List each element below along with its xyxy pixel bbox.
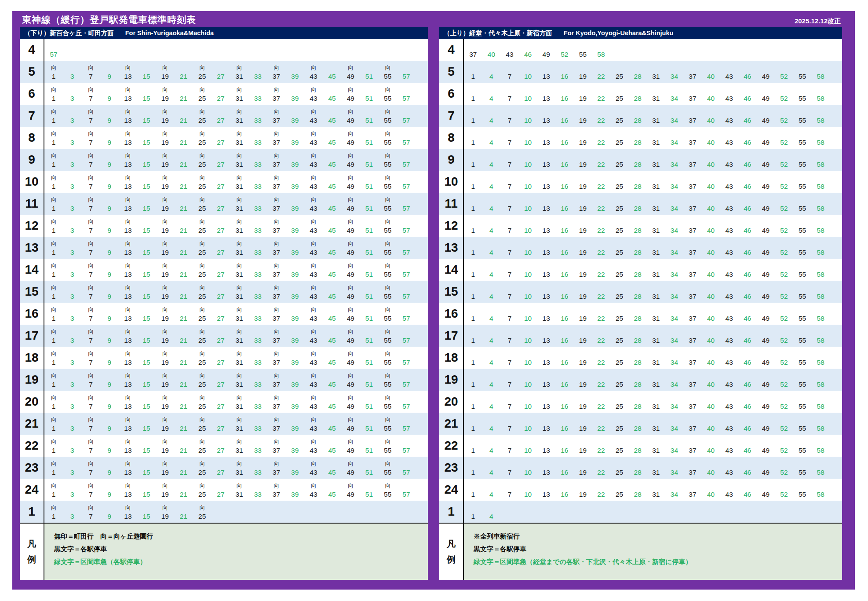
minute-value: 43 — [726, 402, 733, 410]
minute-cell: 49 — [757, 303, 775, 325]
mukogaoka-bound-marker: 向 — [237, 64, 242, 72]
minute-value: 10 — [524, 402, 532, 410]
minute-value: 46 — [744, 490, 751, 498]
minute-cell: 57 — [397, 149, 416, 171]
minute-value: 25 — [198, 204, 206, 213]
minute-cell: 39 — [286, 171, 304, 193]
minute-cell: 13 — [537, 457, 555, 479]
mukogaoka-bound-marker: 向 — [348, 306, 354, 314]
minute-value: 45 — [328, 358, 336, 366]
mukogaoka-bound-marker: 向 — [199, 196, 205, 204]
minute-cell: 15 — [137, 281, 156, 303]
minute-value: 15 — [142, 116, 150, 125]
minute-value: 13 — [543, 270, 550, 279]
minute-cell: 向55 — [379, 369, 397, 391]
minute-value: 49 — [762, 226, 770, 235]
minute-cell: 58 — [811, 325, 830, 347]
minute-value: 58 — [817, 314, 824, 322]
minute-cell: 向19 — [156, 479, 174, 501]
minute-value: 55 — [799, 204, 806, 213]
minute-value: 7 — [508, 94, 512, 103]
minute-value: 37 — [273, 116, 280, 125]
minute-cell: 57 — [44, 39, 63, 61]
minute-cell: 向7 — [81, 259, 100, 281]
minute-cell: 27 — [212, 259, 230, 281]
minute-cell: 21 — [174, 347, 193, 369]
mukogaoka-bound-marker: 向 — [88, 482, 94, 490]
minute-cell: 7 — [500, 237, 519, 259]
minute-cell: 向13 — [119, 215, 137, 237]
minute-cell: 19 — [574, 215, 592, 237]
minute-value: 51 — [365, 314, 373, 322]
minute-value: 1 — [52, 446, 56, 454]
minute-cell: 31 — [647, 347, 665, 369]
minute-cell: 1 — [464, 369, 482, 391]
minute-cell: 15 — [137, 171, 156, 193]
minute-cell: 向37 — [267, 347, 285, 369]
minute-value: 7 — [89, 160, 93, 169]
minute-cell: 52 — [775, 281, 793, 303]
minute-value: 25 — [198, 380, 206, 388]
minute-value: 49 — [762, 116, 770, 125]
hour-row: 71471013161922252831343740434649525558 — [439, 105, 842, 127]
minute-cell: 45 — [323, 193, 341, 215]
minute-value: 34 — [671, 94, 678, 103]
minute-value: 55 — [384, 468, 391, 476]
minute-cell: 向13 — [119, 325, 137, 347]
minute-value: 49 — [347, 226, 354, 235]
minute-value: 46 — [744, 424, 751, 432]
minute-value: 43 — [310, 248, 317, 257]
minute-cell: 9 — [100, 83, 119, 105]
minute-value: 51 — [365, 446, 373, 454]
minute-value: 28 — [634, 116, 642, 125]
minute-cell: 46 — [738, 369, 757, 391]
minute-value: 15 — [142, 226, 150, 235]
minute-cell: 37 — [683, 171, 702, 193]
mukogaoka-bound-marker: 向 — [51, 438, 57, 446]
minute-value: 31 — [235, 270, 243, 279]
minute-cell: 4 — [482, 193, 501, 215]
minute-value: 1 — [52, 424, 56, 432]
minute-cell: 27 — [212, 347, 230, 369]
minute-cell: 7 — [500, 259, 519, 281]
mukogaoka-bound-marker: 向 — [237, 174, 242, 182]
minute-cell: 9 — [100, 435, 119, 457]
minute-cell: 33 — [248, 347, 267, 369]
minute-cell: 10 — [519, 479, 537, 501]
minutes-grid: 向13向79向1315向1921向2527向3133向3739向4345向495… — [44, 391, 428, 413]
minute-cell: 3 — [63, 215, 81, 237]
minute-cell: 22 — [592, 435, 610, 457]
minute-cell: 向19 — [156, 325, 174, 347]
minute-cell: 25 — [610, 193, 629, 215]
minute-value: 52 — [780, 160, 788, 169]
minute-cell: 33 — [248, 479, 267, 501]
minute-cell: 19 — [574, 171, 592, 193]
minute-cell: 19 — [574, 325, 592, 347]
minute-value: 39 — [291, 160, 299, 169]
minute-value: 52 — [780, 116, 788, 125]
minute-value: 45 — [328, 424, 336, 432]
minutes-grid: 14 — [464, 501, 842, 523]
mukogaoka-bound-marker: 向 — [348, 64, 354, 72]
minutes-grid: 1471013161922252831343740434649525558 — [464, 193, 842, 215]
minutes-grid: 向13向79向1315向1921向2527向3133向3739向4345向495… — [44, 413, 428, 435]
minute-cell: 向55 — [379, 479, 397, 501]
minute-value: 55 — [799, 182, 806, 191]
minute-value: 37 — [273, 336, 280, 344]
minute-value: 51 — [365, 380, 373, 388]
minute-cell: 34 — [665, 259, 684, 281]
minutes-grid: 向13向79向1315向1921向2527向3133向3739向4345向495… — [44, 347, 428, 369]
minute-value: 16 — [561, 94, 568, 103]
minute-value: 49 — [347, 72, 354, 81]
minute-value: 4 — [489, 248, 493, 257]
minute-cell: 3 — [63, 413, 81, 435]
mukogaoka-bound-marker: 向 — [162, 174, 168, 182]
minutes-grid: 1471013161922252831343740434649525558 — [464, 435, 842, 457]
minute-value: 25 — [198, 138, 206, 147]
minute-value: 31 — [652, 292, 660, 300]
mukogaoka-bound-marker: 向 — [385, 86, 390, 94]
minute-cell: 3 — [63, 193, 81, 215]
minute-cell: 33 — [248, 127, 267, 149]
minute-value: 16 — [561, 116, 568, 125]
mukogaoka-bound-marker: 向 — [199, 482, 205, 490]
